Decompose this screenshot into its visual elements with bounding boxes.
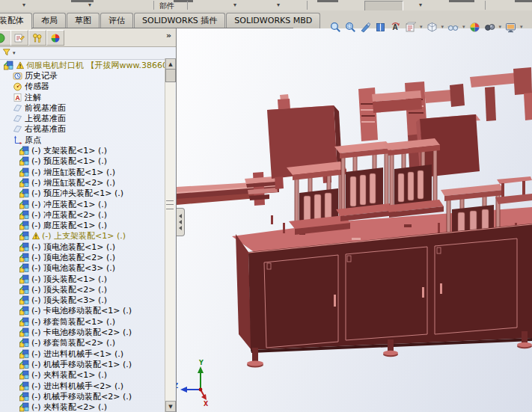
tree-scrollbar[interactable]: ▲ ▼ bbox=[165, 58, 175, 412]
tree-item[interactable]: (-) 支架装配<1> (.) bbox=[0, 145, 176, 156]
display-style-icon[interactable] bbox=[426, 21, 438, 34]
tab-评估[interactable]: 评估 bbox=[100, 13, 133, 28]
tree-item-label: (-) 支架装配<1> (.) bbox=[31, 145, 107, 156]
component-toolbar-label: 部件 bbox=[159, 1, 174, 11]
tree-item[interactable]: (-) 顶电池装配<2> (.) bbox=[0, 252, 176, 262]
press-station-3 bbox=[383, 138, 444, 218]
toolbar-separator bbox=[153, 1, 154, 10]
press-station-1 bbox=[287, 162, 350, 235]
scrollbar-down-arrow-icon[interactable]: ▼ bbox=[165, 401, 176, 412]
tree-item[interactable]: 原点 bbox=[0, 135, 176, 145]
warning-icon bbox=[31, 232, 40, 240]
view-orientation-icon[interactable] bbox=[404, 21, 417, 34]
tree-item[interactable]: 历史记录 bbox=[0, 70, 176, 81]
tab-装配体[interactable]: 装配体 bbox=[0, 13, 32, 29]
tree-item[interactable]: 上视基准面 bbox=[0, 113, 176, 123]
tree-item[interactable]: (-) 移套筒装配<2> (.) bbox=[0, 338, 176, 348]
assembly-icon bbox=[19, 392, 29, 402]
tab-SOLIDWORKS 插件[interactable]: SOLIDWORKS 插件 bbox=[134, 13, 225, 28]
dropdown-caret-icon[interactable]: ▾ bbox=[420, 24, 423, 30]
clipped-icon bbox=[317, 0, 338, 2]
hide-show-items-icon[interactable] bbox=[447, 21, 459, 34]
press-station-2 bbox=[334, 141, 395, 221]
tree-filter-row[interactable]: ▾ bbox=[0, 47, 176, 60]
tree-item[interactable]: A注解 bbox=[0, 92, 176, 102]
dropdown-caret-icon[interactable]: ▾ bbox=[233, 1, 236, 9]
dropdown-caret-icon[interactable]: ▾ bbox=[520, 24, 523, 30]
panel-splitter-handle[interactable] bbox=[177, 208, 185, 236]
tree-item[interactable]: (-) 顶电池装配<3> (.) bbox=[0, 263, 176, 274]
tree-item[interactable]: (-) 增压缸装配<1> (.) bbox=[0, 167, 176, 177]
machine-model[interactable]: Y Z X bbox=[177, 28, 532, 412]
assembly-icon bbox=[19, 402, 29, 412]
assembly-icon bbox=[19, 231, 29, 241]
toolbar-separator bbox=[307, 1, 308, 10]
tree-item[interactable]: (-) 预压冲头装配<1> (.) bbox=[0, 188, 176, 199]
tree-item-label: 伺服电机封口机 【开拔网www.386600.com】 bbox=[26, 60, 176, 70]
tree-item[interactable]: (-) 夹料装配<1> (.) bbox=[0, 370, 176, 381]
tab-草图[interactable]: 草图 bbox=[67, 13, 100, 28]
tab-SOLIDWORKS MBD[interactable]: SOLIDWORKS MBD bbox=[226, 13, 320, 28]
view-book-icon[interactable] bbox=[374, 21, 387, 34]
assembly-icon bbox=[4, 61, 13, 70]
pressed-toolbar-button[interactable] bbox=[364, 1, 403, 11]
tree-item[interactable]: (-) 进出料机械手<2> (.) bbox=[0, 381, 176, 391]
tree-item-label: (-) 机械手移动装配<1> (.) bbox=[31, 359, 132, 369]
scrollbar-up-arrow-icon[interactable]: ▲ bbox=[165, 58, 176, 70]
tree-item[interactable]: 前视基准面 bbox=[0, 102, 176, 113]
dropdown-caret-icon[interactable]: ▾ bbox=[499, 24, 502, 30]
tab-list: 装配体布局草图评估SOLIDWORKS 插件SOLIDWORKS MBD bbox=[0, 10, 321, 28]
tree-item[interactable]: (-) 顶头装配<2> (.) bbox=[0, 284, 176, 295]
dropdown-caret-icon[interactable]: ▾ bbox=[419, 1, 422, 9]
properties-button[interactable] bbox=[10, 30, 28, 46]
tree-item[interactable]: 传感器 bbox=[0, 82, 176, 92]
tree-item[interactable]: (-) 冲压装配<2> (.) bbox=[0, 209, 176, 220]
tree-item[interactable]: (-) 移套筒装配<1> (.) bbox=[0, 316, 176, 327]
zoom-area-icon[interactable] bbox=[344, 21, 357, 34]
tree-item-label: (-) 夹料装配<1> (.) bbox=[31, 370, 107, 381]
view-settings-icon[interactable] bbox=[504, 21, 517, 34]
tree-item[interactable]: 右视基准面 bbox=[0, 124, 176, 135]
tree-item[interactable]: (-) 顶电池装配<1> (.) bbox=[0, 242, 176, 252]
tree-item[interactable]: 伺服电机封口机 【开拔网www.386600.com】 bbox=[0, 60, 176, 70]
dropdown-caret-icon[interactable]: ▾ bbox=[22, 1, 25, 9]
section-view-icon[interactable] bbox=[359, 21, 372, 34]
tree-item[interactable]: (-) 进出料机械手<1> (.) bbox=[0, 348, 176, 359]
tree-item-label: 原点 bbox=[25, 135, 41, 145]
dropdown-caret-icon[interactable]: ▾ bbox=[462, 24, 465, 30]
tree-item[interactable]: (-) 预压装配<1> (.) bbox=[0, 156, 176, 167]
filter-caret-icon[interactable]: ▾ bbox=[13, 50, 16, 56]
tab-布局[interactable]: 布局 bbox=[33, 13, 66, 28]
featuremanager-panel: » ▾ 伺服电机封口机 【开拔网www.386600.com】历史记录传感器A注… bbox=[0, 28, 177, 412]
tree-item[interactable]: (-) 卡电池移动装配<2> (.) bbox=[0, 327, 176, 337]
pane-split-grip[interactable] bbox=[166, 200, 174, 209]
tree-item[interactable]: (-) 顶头装配<1> (.) bbox=[0, 274, 176, 284]
tree-item-label: (-) 卡电池移动装配<1> (.) bbox=[31, 306, 132, 316]
filter-funnel-icon[interactable] bbox=[2, 48, 11, 59]
locks-button[interactable] bbox=[28, 30, 46, 46]
graphics-viewport[interactable]: Y Z X bbox=[177, 28, 532, 412]
tree-item[interactable]: (-) 机械手移动装配<2> (.) bbox=[0, 391, 176, 402]
tree-item-label: (-) 顶电池装配<2> (.) bbox=[31, 252, 115, 262]
tree-item[interactable]: (-) 卡电池移动装配<1> (.) bbox=[0, 306, 176, 316]
rotate-annotation-icon[interactable]: A bbox=[389, 21, 402, 34]
tree-item[interactable]: (-) 上支架装配<1> (.) bbox=[0, 231, 176, 242]
tree-item[interactable]: (-) 机械手移动装配<1> (.) bbox=[0, 359, 176, 369]
zoom-fit-icon[interactable] bbox=[329, 21, 342, 34]
dropdown-caret-icon[interactable]: ▾ bbox=[88, 1, 91, 9]
edit-appearance-icon[interactable] bbox=[468, 21, 481, 34]
dropdown-caret-icon[interactable]: ▾ bbox=[277, 1, 280, 9]
tree-item[interactable]: (-) 顶头装配<3> (.) bbox=[0, 295, 176, 306]
assembly-icon bbox=[19, 253, 29, 262]
apply-scene-icon[interactable] bbox=[483, 21, 496, 34]
tree-item[interactable]: (-) 冲压装配<1> (.) bbox=[0, 199, 176, 209]
dropdown-caret-icon[interactable]: ▾ bbox=[441, 24, 444, 30]
clipped-icon bbox=[174, 0, 193, 2]
color-wheel-button[interactable] bbox=[46, 30, 64, 46]
scrollbar-thumb[interactable] bbox=[165, 69, 176, 82]
toolbar-overflow-chevron[interactable]: » bbox=[166, 31, 171, 40]
tree-item-label: (-) 顶电池装配<3> (.) bbox=[31, 263, 115, 274]
tree-item[interactable]: (-) 夹料装配<2> (.) bbox=[0, 402, 176, 412]
tree-item[interactable]: (-) 增压缸装配<2> (.) bbox=[0, 177, 176, 188]
tree-item[interactable]: (-) 廊压装配<1> (.) bbox=[0, 220, 176, 230]
